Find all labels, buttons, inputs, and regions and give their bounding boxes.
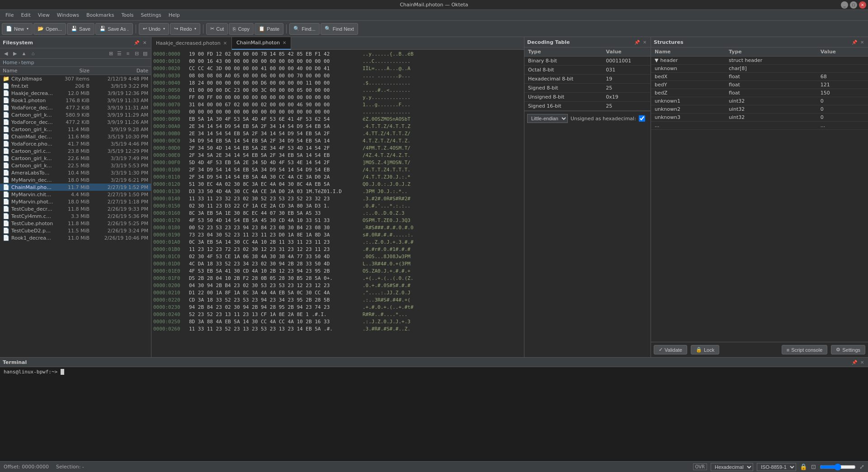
- maximize-button[interactable]: □: [850, 1, 857, 9]
- save-button[interactable]: 💾 Save: [67, 23, 94, 35]
- hex-bytes[interactable]: 08 08 08 08 A0 05 00 00 06 00 00 00 70 0…: [189, 72, 361, 80]
- hex-ascii[interactable]: .4.TT.Z/4.T.T.Z/: [363, 130, 410, 137]
- cut-button[interactable]: ✂ Cut: [206, 23, 228, 35]
- redo-dropdown-arrow[interactable]: ▾: [194, 27, 196, 31]
- list-item[interactable]: 📄 ChainMail.photon 11.7 MiB 2/27/19 1:52…: [0, 184, 151, 191]
- hex-ascii[interactable]: /4.T.T.ZJ0.J.:.*: [363, 174, 410, 181]
- table-row[interactable]: 0000:00A0 2E 34 14 54 D9 54 EB 5A 2F 34 …: [153, 123, 522, 130]
- table-row[interactable]: 0000:0170 4F 53 50 4D 14 54 EB 5A 45 30 …: [153, 217, 522, 224]
- list-item[interactable]: 📄 Haakje_decreased.p... 12.0 MiB 3/9/19 …: [0, 90, 151, 97]
- table-row[interactable]: Binary 8-bit 00011001: [524, 57, 651, 66]
- hex-bytes[interactable]: 2E 34 14 54 D9 54 EB 5A 2F 34 14 54 D9 5…: [189, 123, 361, 130]
- undo-dropdown-arrow[interactable]: ▾: [163, 27, 165, 31]
- menu-item-help[interactable]: Help: [165, 11, 184, 19]
- list-item[interactable]: 📄 MyMarvin.chitubox 4.4 MiB 2/27/19 1:50…: [0, 191, 151, 198]
- table-row[interactable]: bedZ float 150: [651, 89, 868, 97]
- hex-bytes[interactable]: 52 23 52 23 13 11 23 13 CF 1A 8E 2A 8E 1…: [189, 311, 361, 318]
- hex-rows[interactable]: 0000:0000 19 00 FD 12 02 00 00 00 7B 14 …: [151, 50, 524, 357]
- table-row[interactable]: 0000:0210 D1 22 00 1A 8F 1A 8C 3A 4A 4A …: [153, 289, 522, 297]
- menu-item-tools[interactable]: Tools: [118, 11, 137, 19]
- hex-bytes[interactable]: 11 23 12 23 72 23 02 30 12 23 31 23 12 2…: [189, 246, 361, 253]
- table-row[interactable]: 0000:01A0 0C 3A EB 5A 14 30 CC 4A 10 2B …: [153, 239, 522, 246]
- table-row[interactable]: Signed 8-bit 25: [524, 84, 651, 93]
- hex-ascii[interactable]: .:..3R#S#.#4#.+(: [363, 297, 410, 304]
- fs-filter-button[interactable]: ▤: [141, 49, 149, 57]
- hex-ascii[interactable]: .+.#.0.+.(..+.#t#: [363, 304, 414, 311]
- paste-button[interactable]: 📋 Paste: [255, 23, 283, 35]
- hex-ascii[interactable]: /4Z.4.T.Z/4.Z.T.: [363, 152, 410, 159]
- hex-bytes[interactable]: D3 33 50 4D 4A 30 CC 4A CE 3A D0 2A 03 1…: [189, 188, 361, 195]
- table-row[interactable]: 0000:0020 CC CC 4C 3D 00 00 00 00 41 00 …: [153, 65, 522, 72]
- list-item[interactable]: 📄 TestCyl4mm.chitubox 3.3 MiB 2/26/19 5:…: [0, 212, 151, 220]
- table-row[interactable]: unknown1 uint32 0: [651, 97, 868, 105]
- table-row[interactable]: unknown2 uint32 0: [651, 105, 868, 113]
- menu-item-settings[interactable]: Settings: [137, 11, 165, 19]
- table-row[interactable]: 0000:0040 18 24 00 00 00 00 00 00 D6 00 …: [153, 80, 522, 87]
- fs-col-date[interactable]: Date: [90, 68, 148, 74]
- new-button[interactable]: 📄 New ▾: [2, 23, 33, 35]
- table-row[interactable]: 0000:0080 00 00 00 00 00 00 00 00 00 00 …: [153, 109, 522, 116]
- table-row[interactable]: 0000:0050 01 00 00 00 DC 23 00 00 3C 00 …: [153, 87, 522, 94]
- hex-ascii[interactable]: .3PM J0.J.:.*..: [363, 188, 407, 195]
- hex-ascii[interactable]: .:..0..D.0.Z.3: [363, 210, 405, 217]
- close-button[interactable]: ✕: [859, 1, 866, 9]
- table-row[interactable]: 0000:0030 08 08 08 08 A0 05 00 00 06 00 …: [153, 72, 522, 80]
- hex-ascii[interactable]: .4.T.T.Z/4.T.T.Z: [363, 123, 410, 130]
- tab-Haakje_decreased-photon[interactable]: Haakje_decreased.photon ✕: [151, 37, 232, 50]
- hex-ascii[interactable]: L..3R#4#.0.+(3PM: [363, 260, 410, 268]
- menu-item-view[interactable]: View: [34, 11, 53, 19]
- table-row[interactable]: 0000:0250 8D 3A 88 4A EB 5A 14 30 CC 4A …: [153, 318, 522, 326]
- copy-button[interactable]: ⎘ Copy: [229, 23, 254, 35]
- tab-close-button[interactable]: ✕: [223, 41, 227, 46]
- hex-bytes[interactable]: 11 33 11 23 52 23 13 23 53 23 13 23 14 E…: [189, 326, 361, 333]
- hex-ascii[interactable]: .3.#R#.#S#.#..Z.: [363, 326, 410, 333]
- fs-view-detail-button[interactable]: ≡: [124, 49, 132, 57]
- hex-bytes[interactable]: D5 2B 28 04 10 2B F2 28 0B 05 28 30 B5 2…: [189, 275, 361, 282]
- hex-ascii[interactable]: 4.T.Z.T.Z/4.T.Z.: [363, 137, 410, 145]
- hex-bytes[interactable]: 11 33 11 23 32 23 02 30 52 23 53 23 52 2…: [189, 195, 361, 203]
- hex-bytes[interactable]: 73 23 04 30 52 23 11 23 11 23 D0 1A 8E 1…: [189, 231, 361, 239]
- new-dropdown-arrow[interactable]: ▾: [27, 27, 28, 31]
- list-item[interactable]: 📄 TestCube_decreased... 11.8 MiB 2/26/19…: [0, 205, 151, 212]
- breadcrumb-home[interactable]: Home: [3, 60, 17, 66]
- hex-bytes[interactable]: 4C DA 18 33 52 23 34 23 02 30 94 2B 28 3…: [189, 260, 361, 268]
- hex-bytes[interactable]: 2F 34 D9 54 14 54 EB 5A 34 D9 54 14 54 D…: [189, 166, 361, 174]
- hex-bytes[interactable]: 2F 34 D9 54 14 54 EB 5A 4A 30 CC 4A CE 3…: [189, 174, 361, 181]
- table-row[interactable]: 0000:0070 31 04 00 00 67 02 00 00 02 00 …: [153, 101, 522, 109]
- table-row[interactable]: 0000:0010 00 00 16 43 00 00 00 00 00 00 …: [153, 58, 522, 65]
- structures-close-button[interactable]: ✕: [859, 39, 865, 45]
- script-console-button[interactable]: ≡ Script console: [782, 345, 828, 354]
- hex-bytes[interactable]: 5D 4D 4F 53 EB 5A 2E 34 5D 4D 4F 53 4E 1…: [189, 159, 361, 166]
- hex-bytes[interactable]: CD 3A 18 33 52 23 53 23 94 23 34 23 95 2…: [189, 297, 361, 304]
- undo-button[interactable]: ↩ Undo ▾: [139, 23, 169, 35]
- hex-bytes[interactable]: 00 52 23 53 23 23 94 23 84 23 08 30 B4 2…: [189, 224, 361, 231]
- terminal-close-button[interactable]: ✕: [859, 359, 865, 365]
- list-item[interactable]: 📄 Cartoon_girl_kneeli... 11.4 MiB 3/9/19…: [0, 126, 151, 133]
- hex-ascii[interactable]: .0.#.'...*.:.:..: [363, 203, 410, 210]
- hex-ascii[interactable]: .:..Z.0.J.+.3.#.#: [363, 239, 414, 246]
- list-item[interactable]: 📄 ChainMail_decrease... 11.6 MiB 3/5/19 …: [0, 133, 151, 140]
- table-row[interactable]: bedY float 121: [651, 81, 868, 89]
- list-item[interactable]: 📄 Cartoon_girl.chitubox 23.8 MiB 3/5/19 …: [0, 147, 151, 155]
- hex-bytes[interactable]: 51 30 EC 4A 02 30 8C 3A EC 4A 04 30 8C 4…: [189, 181, 361, 188]
- table-row[interactable]: Signed 16-bit 25: [524, 102, 651, 111]
- table-row[interactable]: 0000:01B0 11 23 12 23 72 23 02 30 12 23 …: [153, 246, 522, 253]
- table-row[interactable]: 0000:0090 EB 5A 1A 30 4F 53 5A 4D 4F 53 …: [153, 116, 522, 123]
- decoding-close-button[interactable]: ✕: [642, 39, 648, 45]
- table-row[interactable]: 0000:0240 52 23 52 23 13 11 23 13 CF 1A …: [153, 311, 522, 318]
- table-row[interactable]: 0000:0140 11 33 11 23 32 23 02 30 52 23 …: [153, 195, 522, 203]
- saveas-button[interactable]: 💾 Save As .: [95, 23, 132, 35]
- hex-bytes[interactable]: 8D 3A 88 4A EB 5A 14 30 CC 4A CC 4A 10 2…: [189, 318, 361, 326]
- minimize-button[interactable]: _: [841, 1, 848, 9]
- hex-ascii[interactable]: .#.#r#.0.#1#.#.#: [363, 246, 410, 253]
- fs-forward-button[interactable]: ▶: [11, 49, 19, 57]
- list-item[interactable]: 📄 Cartoon_girl_kneeli... 580.9 KiB 3/9/1…: [0, 111, 151, 118]
- hex-ascii[interactable]: 1...g.......F...: [363, 101, 410, 109]
- menu-item-bookmarks[interactable]: Bookmarks: [83, 11, 118, 19]
- hex-bytes[interactable]: 2F 34 50 4D 14 54 EB 5A 2E 34 4F 53 4D 1…: [189, 145, 361, 152]
- hex-bytes[interactable]: 4F 53 EB 5A 41 30 CD 4A 10 2B 12 23 94 2…: [189, 268, 361, 275]
- table-row[interactable]: ... ...: [651, 122, 868, 130]
- fs-view-list-button[interactable]: ☰: [115, 49, 123, 57]
- breadcrumb-temp[interactable]: temp: [21, 60, 34, 66]
- hex-bytes[interactable]: 00 00 00 00 00 00 00 00 00 00 00 00 00 0…: [189, 109, 361, 116]
